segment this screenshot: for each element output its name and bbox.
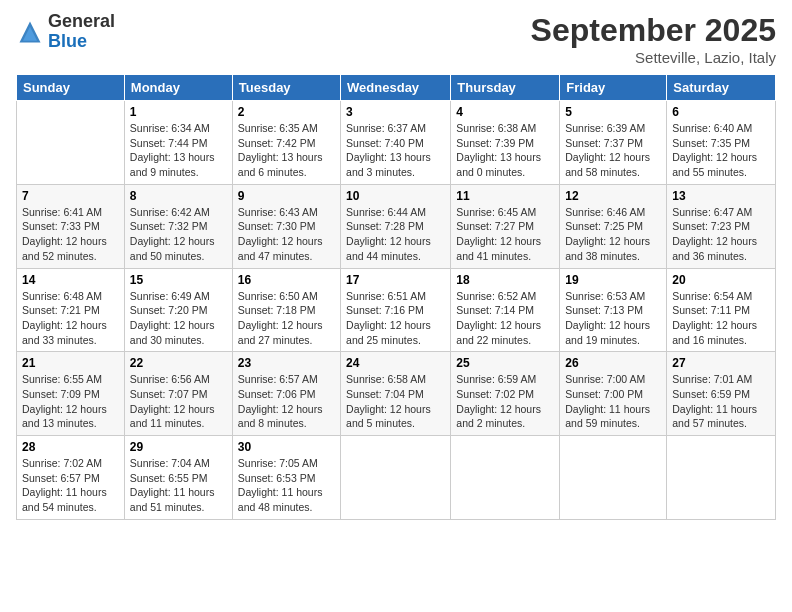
day-cell xyxy=(451,436,560,520)
day-info: Sunrise: 6:54 AMSunset: 7:11 PMDaylight:… xyxy=(672,289,770,348)
day-info: Sunrise: 7:05 AMSunset: 6:53 PMDaylight:… xyxy=(238,456,335,515)
week-row-3: 14Sunrise: 6:48 AMSunset: 7:21 PMDayligh… xyxy=(17,268,776,352)
day-cell: 27Sunrise: 7:01 AMSunset: 6:59 PMDayligh… xyxy=(667,352,776,436)
day-cell: 10Sunrise: 6:44 AMSunset: 7:28 PMDayligh… xyxy=(341,184,451,268)
day-number: 15 xyxy=(130,273,227,287)
day-number: 17 xyxy=(346,273,445,287)
day-info: Sunrise: 6:46 AMSunset: 7:25 PMDaylight:… xyxy=(565,205,661,264)
day-cell: 6Sunrise: 6:40 AMSunset: 7:35 PMDaylight… xyxy=(667,101,776,185)
day-number: 9 xyxy=(238,189,335,203)
day-number: 2 xyxy=(238,105,335,119)
col-header-sunday: Sunday xyxy=(17,75,125,101)
day-cell: 1Sunrise: 6:34 AMSunset: 7:44 PMDaylight… xyxy=(124,101,232,185)
calendar-table: SundayMondayTuesdayWednesdayThursdayFrid… xyxy=(16,74,776,520)
day-info: Sunrise: 6:44 AMSunset: 7:28 PMDaylight:… xyxy=(346,205,445,264)
day-cell xyxy=(667,436,776,520)
day-info: Sunrise: 6:59 AMSunset: 7:02 PMDaylight:… xyxy=(456,372,554,431)
day-number: 20 xyxy=(672,273,770,287)
day-number: 4 xyxy=(456,105,554,119)
logo-icon xyxy=(16,18,44,46)
day-cell: 16Sunrise: 6:50 AMSunset: 7:18 PMDayligh… xyxy=(232,268,340,352)
day-info: Sunrise: 6:37 AMSunset: 7:40 PMDaylight:… xyxy=(346,121,445,180)
day-cell: 24Sunrise: 6:58 AMSunset: 7:04 PMDayligh… xyxy=(341,352,451,436)
day-cell: 30Sunrise: 7:05 AMSunset: 6:53 PMDayligh… xyxy=(232,436,340,520)
day-info: Sunrise: 6:45 AMSunset: 7:27 PMDaylight:… xyxy=(456,205,554,264)
header: General Blue September 2025 Setteville, … xyxy=(16,12,776,66)
day-info: Sunrise: 6:43 AMSunset: 7:30 PMDaylight:… xyxy=(238,205,335,264)
day-cell: 11Sunrise: 6:45 AMSunset: 7:27 PMDayligh… xyxy=(451,184,560,268)
month-title: September 2025 xyxy=(531,12,776,49)
day-cell: 17Sunrise: 6:51 AMSunset: 7:16 PMDayligh… xyxy=(341,268,451,352)
day-cell: 14Sunrise: 6:48 AMSunset: 7:21 PMDayligh… xyxy=(17,268,125,352)
day-number: 3 xyxy=(346,105,445,119)
day-number: 8 xyxy=(130,189,227,203)
day-info: Sunrise: 6:47 AMSunset: 7:23 PMDaylight:… xyxy=(672,205,770,264)
day-number: 28 xyxy=(22,440,119,454)
day-number: 23 xyxy=(238,356,335,370)
day-number: 27 xyxy=(672,356,770,370)
day-cell: 28Sunrise: 7:02 AMSunset: 6:57 PMDayligh… xyxy=(17,436,125,520)
day-cell: 21Sunrise: 6:55 AMSunset: 7:09 PMDayligh… xyxy=(17,352,125,436)
day-number: 24 xyxy=(346,356,445,370)
logo-blue-text: Blue xyxy=(48,31,87,51)
day-number: 14 xyxy=(22,273,119,287)
day-cell: 8Sunrise: 6:42 AMSunset: 7:32 PMDaylight… xyxy=(124,184,232,268)
day-info: Sunrise: 7:04 AMSunset: 6:55 PMDaylight:… xyxy=(130,456,227,515)
logo: General Blue xyxy=(16,12,115,52)
day-number: 29 xyxy=(130,440,227,454)
day-number: 1 xyxy=(130,105,227,119)
location-subtitle: Setteville, Lazio, Italy xyxy=(531,49,776,66)
day-cell: 13Sunrise: 6:47 AMSunset: 7:23 PMDayligh… xyxy=(667,184,776,268)
main-container: General Blue September 2025 Setteville, … xyxy=(0,0,792,528)
day-number: 22 xyxy=(130,356,227,370)
day-number: 13 xyxy=(672,189,770,203)
day-cell: 2Sunrise: 6:35 AMSunset: 7:42 PMDaylight… xyxy=(232,101,340,185)
day-info: Sunrise: 6:56 AMSunset: 7:07 PMDaylight:… xyxy=(130,372,227,431)
day-info: Sunrise: 6:58 AMSunset: 7:04 PMDaylight:… xyxy=(346,372,445,431)
day-info: Sunrise: 7:00 AMSunset: 7:00 PMDaylight:… xyxy=(565,372,661,431)
day-number: 18 xyxy=(456,273,554,287)
logo-general-text: General xyxy=(48,11,115,31)
day-cell: 19Sunrise: 6:53 AMSunset: 7:13 PMDayligh… xyxy=(560,268,667,352)
day-cell: 5Sunrise: 6:39 AMSunset: 7:37 PMDaylight… xyxy=(560,101,667,185)
day-cell: 22Sunrise: 6:56 AMSunset: 7:07 PMDayligh… xyxy=(124,352,232,436)
week-row-5: 28Sunrise: 7:02 AMSunset: 6:57 PMDayligh… xyxy=(17,436,776,520)
day-number: 26 xyxy=(565,356,661,370)
day-cell: 7Sunrise: 6:41 AMSunset: 7:33 PMDaylight… xyxy=(17,184,125,268)
col-header-tuesday: Tuesday xyxy=(232,75,340,101)
day-info: Sunrise: 6:49 AMSunset: 7:20 PMDaylight:… xyxy=(130,289,227,348)
col-header-monday: Monday xyxy=(124,75,232,101)
day-cell: 20Sunrise: 6:54 AMSunset: 7:11 PMDayligh… xyxy=(667,268,776,352)
day-info: Sunrise: 6:55 AMSunset: 7:09 PMDaylight:… xyxy=(22,372,119,431)
col-header-friday: Friday xyxy=(560,75,667,101)
day-cell: 15Sunrise: 6:49 AMSunset: 7:20 PMDayligh… xyxy=(124,268,232,352)
day-cell: 25Sunrise: 6:59 AMSunset: 7:02 PMDayligh… xyxy=(451,352,560,436)
day-info: Sunrise: 6:48 AMSunset: 7:21 PMDaylight:… xyxy=(22,289,119,348)
week-row-4: 21Sunrise: 6:55 AMSunset: 7:09 PMDayligh… xyxy=(17,352,776,436)
day-number: 11 xyxy=(456,189,554,203)
day-info: Sunrise: 6:41 AMSunset: 7:33 PMDaylight:… xyxy=(22,205,119,264)
day-number: 7 xyxy=(22,189,119,203)
week-row-1: 1Sunrise: 6:34 AMSunset: 7:44 PMDaylight… xyxy=(17,101,776,185)
day-number: 21 xyxy=(22,356,119,370)
day-cell: 12Sunrise: 6:46 AMSunset: 7:25 PMDayligh… xyxy=(560,184,667,268)
day-cell: 26Sunrise: 7:00 AMSunset: 7:00 PMDayligh… xyxy=(560,352,667,436)
day-number: 10 xyxy=(346,189,445,203)
day-info: Sunrise: 7:02 AMSunset: 6:57 PMDaylight:… xyxy=(22,456,119,515)
col-header-thursday: Thursday xyxy=(451,75,560,101)
header-row: SundayMondayTuesdayWednesdayThursdayFrid… xyxy=(17,75,776,101)
day-info: Sunrise: 6:50 AMSunset: 7:18 PMDaylight:… xyxy=(238,289,335,348)
day-info: Sunrise: 6:42 AMSunset: 7:32 PMDaylight:… xyxy=(130,205,227,264)
day-number: 30 xyxy=(238,440,335,454)
day-cell: 18Sunrise: 6:52 AMSunset: 7:14 PMDayligh… xyxy=(451,268,560,352)
day-cell xyxy=(341,436,451,520)
day-number: 5 xyxy=(565,105,661,119)
day-number: 12 xyxy=(565,189,661,203)
day-number: 16 xyxy=(238,273,335,287)
day-info: Sunrise: 6:35 AMSunset: 7:42 PMDaylight:… xyxy=(238,121,335,180)
day-cell xyxy=(560,436,667,520)
day-info: Sunrise: 6:39 AMSunset: 7:37 PMDaylight:… xyxy=(565,121,661,180)
col-header-saturday: Saturday xyxy=(667,75,776,101)
day-number: 25 xyxy=(456,356,554,370)
day-cell: 9Sunrise: 6:43 AMSunset: 7:30 PMDaylight… xyxy=(232,184,340,268)
